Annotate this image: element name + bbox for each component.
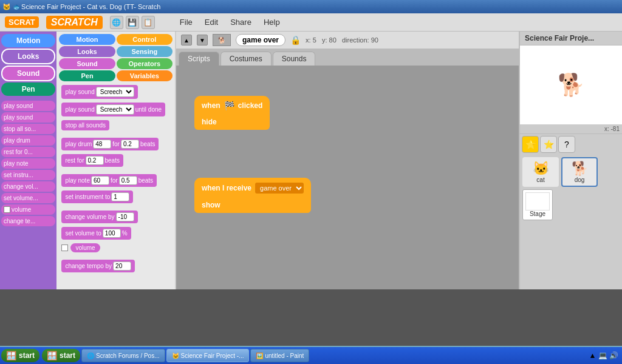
note-num-input[interactable] [91,176,109,185]
pb-pen[interactable]: Pen [59,70,115,81]
pb-motion[interactable]: Motion [59,34,115,45]
cat-btn-sound[interactable]: Sound [1,66,55,81]
volume-oval-checkbox[interactable] [61,244,68,251]
block-rest-shape[interactable]: rest for beats [61,154,123,167]
changetempo-input[interactable] [113,261,131,271]
block-changevol-shape[interactable]: change volume by [61,211,137,223]
settings-icon[interactable]: 📋 [142,16,155,29]
forums-icon: 🌐 [87,352,94,359]
tool-star1[interactable]: ⭐ [522,136,539,153]
taskbar-item-forums[interactable]: 🌐 Scratch Forums / Pos... [81,349,165,362]
block-playdrum: play drum for beats [59,136,173,152]
setvol-input[interactable] [103,229,121,238]
block-changevol: change volume by [59,209,173,224]
cat-btn-looks[interactable]: Looks [1,49,55,64]
tool-star2[interactable]: ⭐ [540,136,557,153]
sprite-nav-up[interactable]: ▲ [181,35,192,46]
sep1 [59,133,173,135]
tab-scripts[interactable]: Scripts [179,52,219,66]
sprite-nav-down[interactable]: ▼ [197,35,208,46]
taskbar-item-paint[interactable]: 🖼️ untitled - Paint [250,349,309,362]
rest-beats-input[interactable] [86,156,104,165]
block-playdrum-shape[interactable]: play drum for beats [61,138,159,150]
sb-hat-flag[interactable]: when 🏁 clicked [194,96,270,114]
save-icon[interactable]: 💾 [126,16,139,29]
sprites-area: 🐱 cat 🐕 dog Stage [520,155,622,289]
quick-block-volume[interactable]: volume [1,204,55,215]
tab-costumes[interactable]: Costumes [220,52,272,66]
block-stopall-shape[interactable]: stop all sounds [61,120,109,130]
changevol-input[interactable] [116,212,134,221]
quick-block-changevol[interactable]: change vol... [1,181,55,192]
tab-sounds[interactable]: Sounds [273,52,316,66]
sprite-thumb-cat[interactable]: 🐱 cat [522,157,559,187]
quick-block-setinstr[interactable]: set instru... [1,170,55,180]
pb-sensing[interactable]: Sensing [117,46,173,57]
start-button-1[interactable]: 🪟 start [1,349,39,362]
quick-block-playsound2[interactable]: play sound [1,112,55,123]
note-beats-input[interactable] [119,176,137,185]
sep4 [59,255,173,257]
quick-block-changetempo[interactable]: change te... [1,216,55,226]
block-setvol-shape[interactable]: set volume to % [61,227,131,240]
taskbar-item-sciencefair[interactable]: 🐱 Science Fair Project -... [166,349,250,362]
pb-looks[interactable]: Looks [59,46,115,57]
sprite-thumb-dog[interactable]: 🐕 dog [561,157,598,187]
quick-block-playnote[interactable]: play note [1,158,55,169]
quick-block-rest[interactable]: rest for 0... [1,147,55,157]
start-button-2[interactable]: 🪟 start [42,349,80,362]
menu-share[interactable]: Share [228,16,254,28]
block-setinstr: set instrument to [59,189,173,204]
green-flag-icon: 🏁 [224,101,234,110]
main-content: Motion Looks Sound Pen play sound play s… [0,32,622,289]
title-icon: 🐱 🐟 [2,3,21,11]
menu-edit[interactable]: Edit [202,16,220,28]
sb-hat-receive[interactable]: when I receive game over [194,178,311,197]
block-playnote-shape[interactable]: play note for beats [61,174,157,187]
quick-block-stopall[interactable]: stop all so... [1,124,55,134]
block-setinstr-shape[interactable]: set instrument to [61,190,133,203]
volume-oval[interactable]: volume [70,243,100,252]
pb-variables[interactable]: Variables [117,70,173,81]
right-panel: Science Fair Proje... 🐕 x: -81 ⭐ ⭐ ? 🐱 c… [519,32,622,289]
menu-file[interactable]: File [177,16,195,28]
cat-label: cat [536,177,544,183]
globe-icon[interactable]: 🌐 [110,16,123,29]
sound-dropdown-2[interactable]: Screech [96,104,134,115]
receive-dropdown[interactable]: game over [255,183,304,194]
pb-operators[interactable]: Operators [117,58,173,69]
block-stopall: stop all sounds [59,119,173,132]
cat-btn-motion[interactable]: Motion [1,34,55,47]
block-changetempo-shape[interactable]: change tempo by [61,260,135,272]
pb-control[interactable]: Control [117,34,173,45]
menu-help[interactable]: Help [261,16,282,28]
cat-btn-pen[interactable]: Pen [1,83,55,96]
quick-block-playsound1[interactable]: play sound [1,101,55,111]
sprite-coords: x: 5 y: 80 direction: 90 [306,36,378,44]
dog-label: dog [575,177,585,183]
stage-thumb[interactable]: Stage [522,189,553,220]
instr-input[interactable] [111,192,129,201]
block-playsound2-shape[interactable]: play sound Screech until done [61,103,165,116]
tabs-row: Scripts Costumes Sounds [176,49,519,66]
quick-block-setvol[interactable]: set volume... [1,193,55,203]
pb-sound[interactable]: Sound [59,58,115,69]
block-changetempo: change tempo by [59,258,173,274]
palette-header: Motion Control Looks Sensing Sound Opera… [59,34,173,81]
quick-block-playdrum[interactable]: play drum [1,135,55,146]
block-playsound1-shape[interactable]: play sound Screech [61,85,137,99]
quick-blocks-column: Motion Looks Sound Pen play sound play s… [0,32,56,289]
sb-show-block[interactable]: show [194,197,311,213]
sound-dropdown-1[interactable]: Screech [96,87,134,97]
drum-beats-input[interactable] [121,140,139,149]
sciencefair-icon: 🐱 [172,352,179,359]
block-setvol: set volume to % [59,226,173,241]
lock-icon: 🔒 [290,35,301,45]
title-text: Science Fair Project - Cat vs. Dog (TT- … [21,3,160,10]
sprite-name-box[interactable]: game over [236,34,285,46]
tool-help[interactable]: ? [558,136,575,153]
sep2 [59,169,173,172]
drum-num-input[interactable] [93,140,111,149]
block-playnote: play note for beats [59,173,173,188]
volume-checkbox[interactable] [4,206,10,213]
